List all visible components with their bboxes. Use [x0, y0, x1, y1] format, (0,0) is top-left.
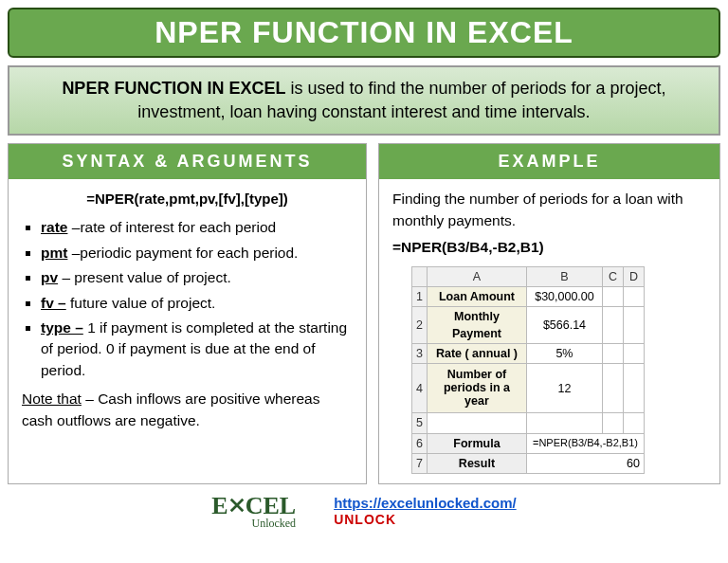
cell-label: Result — [427, 453, 526, 473]
row-header: 2 — [411, 307, 427, 344]
table-row: 4Number of periods in a year12 — [411, 364, 644, 413]
cell-label: Rate ( annual ) — [427, 344, 526, 364]
x-icon — [228, 497, 246, 514]
arg-name: pv — [41, 269, 58, 285]
col-header: C — [602, 266, 623, 286]
argument-item: pv – present value of project. — [41, 267, 353, 288]
arg-desc: rate of interest for each period — [80, 219, 276, 235]
arg-name: rate — [41, 219, 67, 235]
footer: ECEL Unlocked https://excelunlocked.com/… — [8, 492, 720, 531]
cell-value: $30,000.00 — [526, 286, 602, 306]
logo-post: CEL — [246, 492, 296, 519]
row-header: 1 — [411, 286, 427, 306]
syntax-panel: SYNTAX & ARGUMENTS =NPER(rate,pmt,pv,[fv… — [8, 143, 367, 483]
note: Note that – Cash inflows are positive wh… — [22, 389, 353, 431]
arg-desc: present value of project. — [74, 269, 230, 285]
argument-item: type – 1 if payment is completed at the … — [41, 318, 353, 381]
row-header: 3 — [411, 344, 427, 364]
example-heading: EXAMPLE — [379, 144, 719, 179]
logo: ECEL Unlocked — [211, 492, 296, 531]
argument-item: pmt –periodic payment for each period. — [41, 243, 353, 263]
table-row: 7Result60 — [411, 453, 644, 473]
cell — [427, 413, 526, 433]
columns: SYNTAX & ARGUMENTS =NPER(rate,pmt,pv,[fv… — [8, 143, 720, 483]
table-row: 3Rate ( annual )5% — [411, 344, 644, 364]
arg-desc: 1 if payment is completed at the startin… — [41, 319, 347, 378]
footer-links: https://excelunlocked.com/ UNLOCK — [334, 495, 517, 527]
cell-label: Loan Amount — [427, 286, 526, 306]
corner-cell — [411, 266, 427, 286]
title-box: NPER FUNCTION IN EXCEL — [8, 8, 720, 58]
arg-name: fv – — [41, 295, 66, 311]
cell-value: 5% — [526, 344, 602, 364]
col-header: D — [623, 266, 644, 286]
argument-item: fv – future value of project. — [41, 293, 353, 314]
col-header: B — [526, 266, 602, 286]
logo-text-group: ECEL Unlocked — [211, 492, 296, 531]
row-header: 7 — [411, 453, 427, 473]
header-row: A B C D — [411, 266, 644, 286]
argument-list: rate –rate of interest for each period p… — [22, 217, 353, 381]
example-panel: EXAMPLE Finding the number of periods fo… — [378, 143, 720, 483]
cell-label: Monthly Payment — [427, 307, 526, 344]
cell — [526, 413, 602, 433]
example-body: Finding the number of periods for a loan… — [379, 179, 719, 482]
example-formula: =NPER(B3/B4,-B2,B1) — [392, 237, 706, 258]
description-bold: NPER FUNCTION IN EXCEL — [62, 79, 285, 98]
arg-name: type – — [41, 319, 83, 336]
cell-label: Number of periods in a year — [427, 364, 526, 413]
syntax-body: =NPER(rate,pmt,pv,[fv],[type]) rate –rat… — [9, 179, 366, 441]
table-row: 6Formula=NPER(B3/B4,-B2,B1) — [411, 433, 644, 453]
cell-label: Formula — [427, 433, 526, 453]
arg-name: pmt — [41, 245, 67, 261]
syntax-formula: =NPER(rate,pmt,pv,[fv],[type]) — [22, 189, 353, 209]
cell-formula: =NPER(B3/B4,-B2,B1) — [526, 433, 644, 453]
website-link[interactable]: https://excelunlocked.com/ — [334, 495, 517, 511]
cell-value: $566.14 — [526, 307, 602, 344]
col-header: A — [427, 266, 526, 286]
table-row: 5 — [411, 413, 644, 433]
table-row: 2Monthly Payment$566.14 — [411, 307, 644, 344]
cell-result: 60 — [526, 453, 644, 473]
arg-desc: future value of project. — [70, 295, 215, 311]
cell-value: 12 — [526, 364, 602, 413]
syntax-heading: SYNTAX & ARGUMENTS — [9, 144, 366, 179]
table-row: 1Loan Amount$30,000.00 — [411, 286, 644, 306]
logo-pre: E — [211, 492, 228, 519]
example-intro: Finding the number of periods for a loan… — [392, 189, 706, 231]
argument-item: rate –rate of interest for each period — [41, 217, 353, 238]
description-box: NPER FUNCTION IN EXCEL is used to find t… — [8, 65, 720, 136]
arg-desc: periodic payment for each period. — [80, 245, 298, 261]
row-header: 6 — [411, 433, 427, 453]
page-title: NPER FUNCTION IN EXCEL — [15, 15, 713, 50]
unlock-text: UNLOCK — [334, 512, 517, 527]
row-header: 5 — [411, 413, 427, 433]
row-header: 4 — [411, 364, 427, 413]
spreadsheet: A B C D 1Loan Amount$30,000.00 2Monthly … — [411, 266, 645, 474]
note-label: Note that — [22, 390, 82, 407]
